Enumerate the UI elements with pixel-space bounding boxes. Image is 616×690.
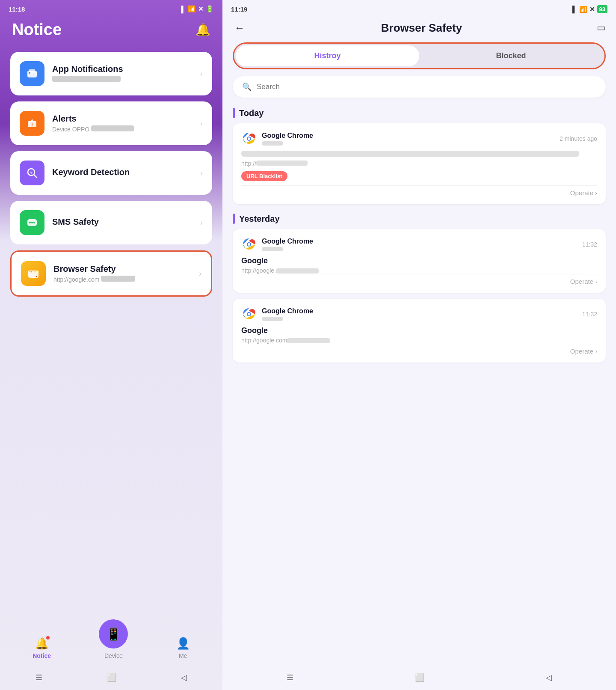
keyword-detection-icon [20,161,44,185]
me-nav-label: Me [179,652,187,659]
menu-item-alerts[interactable]: Alerts Device OPPO › [10,101,212,145]
status-icons-right: ▌ 📶 ✕ 93 [572,5,607,13]
svg-point-18 [31,271,33,273]
menu-item-keyword-detection[interactable]: Keyword Detection › [10,151,212,195]
tab-container: Histroy Blocked [233,42,606,69]
hamburger-icon-left[interactable]: ☰ [36,673,42,682]
app-notifications-sub [52,76,121,82]
bell-icon[interactable]: 🔔 [195,23,210,37]
svg-point-2 [29,72,30,74]
me-nav-icon: 👤 [176,637,190,650]
chrome-icon-yest-1 [241,237,257,252]
svg-point-13 [31,222,33,223]
search-input[interactable] [257,83,596,91]
right-page-title: Browser Safety [381,21,462,35]
sms-safety-text: SMS Safety [52,217,192,229]
back-button[interactable]: ← [233,20,246,36]
operate-row-yest-1[interactable]: Operate › [241,274,597,285]
url-blur-today-1 [256,161,308,166]
tablet-icon[interactable]: ▭ [597,22,606,33]
svg-point-17 [30,271,31,273]
home-btn-right[interactable]: ⬜ [415,673,424,682]
x-icon-right: ✕ [589,6,595,13]
svg-marker-4 [30,119,34,122]
browser-safety-chevron: › [199,269,201,278]
svg-rect-5 [32,123,33,125]
sms-safety-icon [20,210,44,235]
menu-item-browser-safety[interactable]: Browser Safety http://google.com › [10,250,212,297]
time-left: 11:18 [9,6,25,13]
sms-safety-title: SMS Safety [52,217,192,227]
url-inline-blur-yest2 [287,338,330,343]
device-nav-bg: 📱 [99,619,128,648]
svg-point-24 [248,137,250,140]
app-sub-blur-yest1 [262,247,283,251]
search-icon: 🔍 [242,82,252,92]
alerts-title: Alerts [52,114,192,124]
svg-point-14 [33,222,35,223]
signal-icon-right: ▌ [572,6,577,13]
notice-nav-label: Notice [33,652,51,659]
device-nav-icon: 📱 [106,627,121,641]
nav-item-device[interactable]: 📱 Device [99,628,128,659]
alerts-icon [20,111,44,136]
alerts-text: Alerts Device OPPO [52,114,192,133]
operate-row-yest-2[interactable]: Operate › [241,344,597,355]
app-notifications-text: App Notifications [52,64,192,83]
badge-row: URL Blacklist [241,171,597,185]
card-app-info-yest-1: Google Chrome [241,237,313,252]
browser-safety-sub: http://google.com [53,276,135,283]
time-yest-1: 11:32 [582,241,597,248]
home-btn-left[interactable]: ⬜ [107,673,116,682]
card-url-yest-1: http://google. [241,267,597,274]
sms-safety-chevron: › [200,218,203,227]
svg-point-28 [248,243,250,246]
left-panel: 11:18 ▌ 📶 ✕ 🔋 Notice 🔔 App Notifications [0,0,222,690]
card-header-yest-1: Google Chrome 11:32 [241,237,597,252]
section-today: Today [222,104,616,123]
scroll-area[interactable]: Today [222,104,616,690]
left-header: Notice 🔔 [0,16,222,52]
wifi-icon-right: 📶 [579,6,587,13]
hamburger-icon-right[interactable]: ☰ [287,673,293,682]
section-bar-yesterday [233,214,235,224]
back-btn-left[interactable]: ◁ [181,673,187,682]
operate-chevron: › [595,189,597,196]
app-name-today-1: Google Chrome [262,132,313,146]
tab-history[interactable]: Histroy [236,45,419,66]
svg-rect-19 [33,271,37,273]
app-notifications-chevron: › [200,69,203,78]
notice-badge [46,636,50,639]
svg-line-8 [34,175,37,178]
section-today-label: Today [239,108,264,118]
section-yesterday: Yesterday [222,210,616,229]
browser-safety-text: Browser Safety http://google.com [53,264,191,283]
alerts-sub: Device OPPO [52,126,134,133]
search-bar[interactable]: 🔍 [233,76,606,98]
history-card-today-1: Google Chrome 2 minutes ago http:// URL … [233,123,606,204]
right-header: ← Browser Safety ▭ [222,17,616,42]
keyword-detection-chevron: › [200,169,203,178]
menu-item-app-notifications[interactable]: App Notifications › [10,52,212,95]
status-bar-right: 11:19 ▌ 📶 ✕ 93 [222,0,616,17]
svg-rect-9 [30,172,33,172]
card-app-info-yest-2: Google Chrome [241,306,313,322]
chrome-icon-yest-2 [241,306,257,322]
history-card-yest-2: Google Chrome 11:32 Google http://google… [233,299,606,363]
battery-icon: 🔋 [206,5,214,13]
chrome-icon-today-1 [241,131,257,146]
operate-row-today-1[interactable]: Operate › [241,185,597,196]
back-btn-right[interactable]: ◁ [546,673,552,682]
nav-item-me[interactable]: 👤 Me [176,637,190,659]
status-bar-left: 11:18 ▌ 📶 ✕ 🔋 [0,0,222,16]
system-nav-left: ☰ ⬜ ◁ [0,669,222,686]
time-yest-2: 11:32 [582,311,597,318]
tab-blocked[interactable]: Blocked [419,45,603,66]
url-blacklist-badge: URL Blacklist [241,171,287,181]
menu-item-sms-safety[interactable]: SMS Safety › [10,201,212,244]
keyword-detection-text: Keyword Detection [52,167,192,179]
svg-point-20 [36,276,37,277]
section-bar-today [233,108,235,118]
signal-icon: ▌ [181,6,186,13]
nav-item-notice[interactable]: 🔔 Notice [33,637,51,659]
